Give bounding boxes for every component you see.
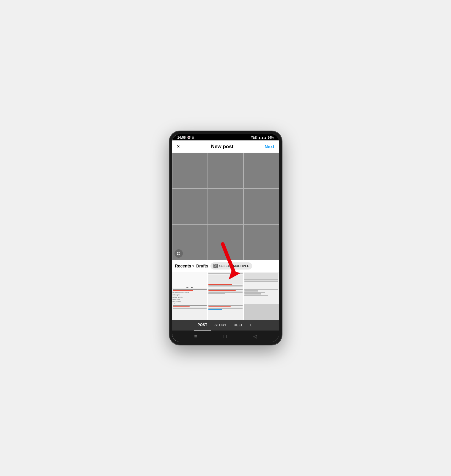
phone-screen: 14:58 👻 ◎ Yâ€¦ ▲▲▲ 54% × New post Next [172, 134, 279, 342]
grid-cell-1 [172, 153, 208, 189]
grid-cell-4 [172, 189, 208, 224]
status-bar: 14:58 👻 ◎ Yâ€¦ ▲▲▲ 54% [172, 134, 279, 140]
close-button[interactable]: × [177, 143, 180, 150]
photo-grid: WILD 🦢 WAN RESTAURANT [172, 272, 279, 320]
tab-live[interactable]: LI [247, 320, 257, 330]
circle-icon: ◎ [192, 136, 194, 139]
home-icon[interactable]: □ [224, 334, 227, 339]
copy-icon [214, 264, 217, 267]
photo-cell-9[interactable] [244, 304, 279, 320]
status-right: Yâ€¦ ▲▲▲ 54% [251, 136, 274, 139]
expand-button[interactable] [175, 249, 183, 258]
empty-cell [244, 304, 279, 320]
preview-area [172, 153, 279, 260]
battery-label: 54% [268, 136, 274, 139]
nav-bar: ≡ □ ◁ [172, 331, 279, 342]
photo-cell-7[interactable] [172, 304, 208, 320]
recents-button[interactable]: Recents ▾ [175, 264, 194, 268]
tab-post[interactable]: POST [194, 320, 211, 331]
grid-cell-5 [208, 189, 243, 224]
grid-cell-3 [243, 153, 279, 189]
grid-cell-8 [208, 224, 243, 260]
tab-reel[interactable]: REEL [230, 320, 247, 330]
recents-label: Recents [175, 264, 191, 268]
status-left: 14:58 👻 ◎ [177, 136, 194, 139]
chevron-down-icon: ▾ [192, 264, 194, 268]
select-multiple-button[interactable]: SELECT MULTIPLE [210, 262, 252, 270]
drafts-button[interactable]: Drafts [196, 264, 208, 268]
page-title: New post [211, 144, 234, 150]
select-multiple-icon [213, 264, 218, 268]
snapchat-icon: 👻 [187, 136, 191, 139]
tab-story[interactable]: STORY [211, 320, 230, 330]
select-multiple-label: SELECT MULTIPLE [219, 264, 249, 268]
grid-cell-6 [243, 189, 279, 224]
signal-icon: Yâ€¦ [251, 136, 257, 139]
wifi-icon: ▲▲▲ [258, 136, 267, 139]
status-time: 14:58 [177, 136, 186, 139]
top-bar: × New post Next [172, 140, 279, 153]
next-button[interactable]: Next [265, 144, 274, 149]
expand-icon [177, 252, 180, 255]
photo-cell-8[interactable] [208, 304, 243, 320]
svg-rect-0 [214, 265, 216, 267]
scene: 14:58 👻 ◎ Yâ€¦ ▲▲▲ 54% × New post Next [148, 125, 303, 351]
phone-shell: 14:58 👻 ◎ Yâ€¦ ▲▲▲ 54% × New post Next [169, 131, 282, 345]
grid-cell-2 [208, 153, 243, 189]
ui-thumb-8 [208, 304, 243, 320]
grid-cell-9 [243, 224, 279, 260]
ui-thumb-7 [172, 304, 208, 320]
back-icon[interactable]: ◁ [253, 333, 257, 339]
bottom-tab-bar: POST STORY REEL LI [172, 320, 279, 331]
svg-rect-1 [215, 265, 217, 267]
menu-icon[interactable]: ≡ [194, 334, 197, 339]
toolbar-row: Recents ▾ Drafts SELECT MULTIPLE [172, 260, 279, 272]
